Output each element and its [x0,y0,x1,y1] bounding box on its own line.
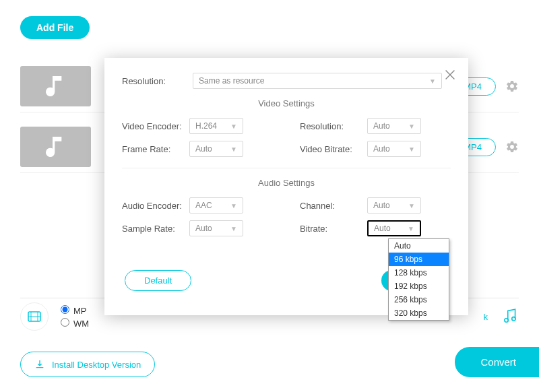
bitrate-option[interactable]: Auto [389,239,449,253]
format-radio-group: MP WM [61,303,89,331]
channel-label: Channel: [300,201,367,211]
gear-icon[interactable] [505,79,519,93]
destination-label-partial: k [484,312,488,322]
video-settings-title: Video Settings [122,98,451,108]
bitrate-option[interactable]: 128 kbps [389,266,449,280]
audio-bitrate-label: Bitrate: [300,224,367,234]
default-button[interactable]: Default [125,270,191,291]
bitrate-option[interactable]: 96 kbps [389,253,449,266]
channel-select[interactable]: Auto▼ [367,197,421,214]
audio-settings-title: Audio Settings [122,178,451,188]
download-icon [34,359,45,370]
video-encoder-label: Video Encoder: [122,121,189,131]
bitrate-dropdown-list: Auto96 kbps128 kbps192 kbps256 kbps320 k… [388,238,449,321]
bitrate-option[interactable]: 320 kbps [389,306,449,320]
bitrate-option[interactable]: 192 kbps [389,280,449,293]
video-resolution-select[interactable]: Auto▼ [367,118,421,134]
music-output-icon[interactable] [501,307,519,327]
install-desktop-button[interactable]: Install Desktop Version [20,352,155,377]
video-bitrate-label: Video Bitrate: [300,144,367,154]
audio-bitrate-select[interactable]: Auto▼ [367,220,421,236]
bitrate-option[interactable]: 256 kbps [389,293,449,306]
svg-point-4 [505,318,508,321]
frame-rate-select[interactable]: Auto▼ [189,141,243,157]
chevron-down-icon: ▼ [429,77,436,85]
audio-thumbnail [20,127,91,167]
resolution-label: Resolution: [122,76,193,86]
audio-thumbnail [20,66,91,106]
video-resolution-label: Resolution: [300,121,367,131]
audio-encoder-select[interactable]: AAC▼ [189,197,243,214]
audio-encoder-label: Audio Encoder: [122,201,189,211]
music-note-icon [42,133,69,160]
sample-rate-select[interactable]: Auto▼ [189,220,243,236]
sample-rate-label: Sample Rate: [122,224,189,234]
format-radio-mp[interactable]: MP [61,305,89,316]
video-bitrate-select[interactable]: Auto▼ [367,141,421,157]
resolution-select[interactable]: Same as resource▼ [193,73,442,89]
video-format-icon[interactable] [20,302,49,331]
add-file-button[interactable]: Add File [20,16,90,39]
format-radio-wm[interactable]: WM [61,318,89,329]
frame-rate-label: Frame Rate: [122,144,189,154]
settings-modal: Resolution: Same as resource▼ Video Sett… [104,58,468,315]
music-note-icon [42,73,69,100]
gear-icon[interactable] [505,140,519,154]
video-encoder-select[interactable]: H.264▼ [189,118,243,134]
convert-button[interactable]: Convert [455,347,539,377]
svg-point-5 [512,317,515,320]
close-icon[interactable] [443,67,457,85]
